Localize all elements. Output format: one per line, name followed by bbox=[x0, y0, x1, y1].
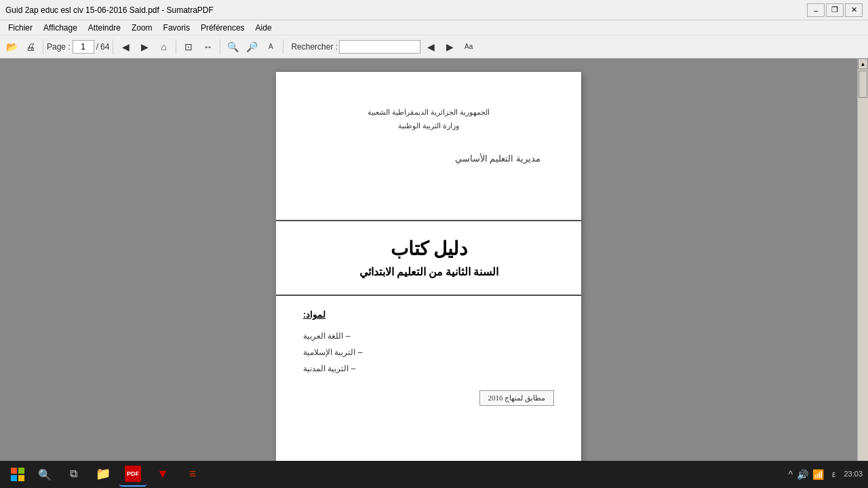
network-icon[interactable]: 📶 bbox=[812, 469, 824, 480]
zoom-in-button[interactable]: 🔍 bbox=[224, 38, 241, 56]
menu-fichier[interactable]: Fichier bbox=[3, 20, 38, 35]
task-view-button[interactable]: ⧉ bbox=[60, 462, 87, 487]
menu-affichage[interactable]: Affichage bbox=[38, 20, 83, 35]
taskbar-left: 🔍 ⧉ 📁 PDF ▼ ≡ bbox=[5, 462, 206, 487]
home-button[interactable]: ⌂ bbox=[155, 38, 172, 56]
folder-icon: 📁 bbox=[96, 466, 111, 481]
stamp-button[interactable]: مطابق لمنهاج 2016 bbox=[479, 390, 555, 406]
pdf-viewer[interactable]: الجمهورية الجزائرية الديمقراطية الشعبية … bbox=[0, 58, 857, 488]
page-control: Page : / 64 bbox=[47, 40, 109, 54]
taskbar-search-button[interactable]: 🔍 bbox=[33, 462, 57, 487]
scroll-up-arrow[interactable]: ▲ bbox=[858, 58, 868, 69]
menu-atteindre[interactable]: Atteindre bbox=[83, 20, 126, 35]
open-button[interactable]: 📂 bbox=[3, 38, 20, 56]
clock-time: 23:03 bbox=[844, 469, 863, 479]
forward-button[interactable]: ▶ bbox=[136, 38, 153, 56]
tray-chevron[interactable]: ^ bbox=[789, 469, 793, 480]
scrollbar-track: ▲ bbox=[857, 58, 868, 488]
taskbar: 🔍 ⧉ 📁 PDF ▼ ≡ ^ 🔊 📶 ε 23:03 bbox=[0, 461, 868, 488]
system-clock[interactable]: 23:03 bbox=[844, 469, 863, 479]
org-line1: الجمهورية الجزائرية الديمقراطية الشعبية bbox=[303, 106, 554, 119]
windows-logo bbox=[11, 468, 24, 481]
window-controls: – ❐ ✕ bbox=[807, 3, 863, 17]
app-taskbar-2[interactable]: ≡ bbox=[179, 462, 206, 487]
ministry-name: مديرية التعليم الأساسي bbox=[303, 153, 554, 164]
close-button[interactable]: ✕ bbox=[845, 3, 863, 17]
pdf-app-icon: PDF bbox=[125, 466, 141, 482]
book-subtitle: السنة الثانية من التعليم الابتدائي bbox=[359, 265, 498, 278]
file-explorer-button[interactable]: 📁 bbox=[90, 462, 117, 487]
app-taskbar-1[interactable]: ▼ bbox=[149, 462, 176, 487]
subject-civic: – التربية المدنية bbox=[303, 360, 355, 377]
menu-zoom[interactable]: Zoom bbox=[126, 20, 158, 35]
taskbar-right: ^ 🔊 📶 ε 23:03 bbox=[789, 468, 863, 481]
match-case-button[interactable]: Aa bbox=[460, 38, 477, 56]
window-title: Guid 2ap educ esl civ 15-06-2016 Said.pd… bbox=[5, 5, 214, 15]
subject-islamic: – التربية الإسلامية bbox=[303, 344, 362, 360]
separator-3 bbox=[176, 39, 176, 54]
search-prev-button[interactable]: ◀ bbox=[422, 38, 439, 56]
pdf-page-title: دليل كتاب السنة الثانية من التعليم الابت… bbox=[276, 221, 581, 296]
pdf-page-header: الجمهورية الجزائرية الديمقراطية الشعبية … bbox=[276, 72, 581, 221]
page-total: 64 bbox=[100, 42, 109, 52]
menu-preferences[interactable]: Préférences bbox=[195, 20, 250, 35]
language-indicator[interactable]: ε bbox=[829, 468, 838, 481]
task-view-icon: ⧉ bbox=[70, 468, 77, 480]
search-label: Rechercher : bbox=[291, 42, 338, 52]
main-area: الجمهورية الجزائرية الديمقراطية الشعبية … bbox=[0, 58, 868, 488]
menu-aide[interactable]: Aide bbox=[250, 20, 277, 35]
org-name: الجمهورية الجزائرية الديمقراطية الشعبية … bbox=[303, 106, 554, 133]
speaker-icon[interactable]: 🔊 bbox=[797, 469, 808, 480]
fit-page-button[interactable]: ⊡ bbox=[180, 38, 197, 56]
pdf-section-title: دليل كتاب السنة الثانية من التعليم الابت… bbox=[276, 221, 581, 296]
app-icon-1: ▼ bbox=[157, 467, 169, 481]
menubar: Fichier Affichage Atteindre Zoom Favoris… bbox=[0, 20, 868, 35]
page-separator: / bbox=[96, 42, 98, 52]
scroll-thumb[interactable] bbox=[859, 71, 867, 98]
system-tray: ^ 🔊 📶 bbox=[789, 469, 825, 480]
search-next-button[interactable]: ▶ bbox=[441, 38, 458, 56]
back-button[interactable]: ◀ bbox=[117, 38, 134, 56]
zoom-out-button[interactable]: 🔎 bbox=[243, 38, 260, 56]
start-button[interactable] bbox=[5, 462, 30, 487]
page-input[interactable] bbox=[73, 40, 94, 54]
subject-arabic: – اللغة العربية bbox=[303, 328, 350, 344]
book-title: دليل كتاب bbox=[391, 238, 467, 260]
app-icon-2: ≡ bbox=[189, 467, 197, 481]
pdf-pages: الجمهورية الجزائرية الديمقراطية الشعبية … bbox=[276, 72, 581, 474]
zoom-custom-button[interactable]: A bbox=[262, 38, 279, 56]
pdf-section-header: الجمهورية الجزائرية الديمقراطية الشعبية … bbox=[276, 72, 581, 221]
separator-1 bbox=[43, 39, 43, 54]
pdf-page-subjects: لمواد: – اللغة العربية – التربية الإسلام… bbox=[276, 296, 581, 486]
subjects-label: لمواد: bbox=[303, 309, 326, 320]
restore-button[interactable]: ❐ bbox=[826, 3, 844, 17]
toolbar: 📂 🖨 Page : / 64 ◀ ▶ ⌂ ⊡ ↔ 🔍 🔎 A Recherch… bbox=[0, 35, 868, 58]
separator-4 bbox=[220, 39, 220, 54]
separator-2 bbox=[113, 39, 113, 54]
org-line2: وزارة التربية الوطنية bbox=[303, 119, 554, 133]
separator-5 bbox=[283, 39, 283, 54]
menu-favoris[interactable]: Favoris bbox=[158, 20, 195, 35]
print-button[interactable]: 🖨 bbox=[22, 38, 39, 56]
page-label: Page : bbox=[47, 42, 71, 52]
sumatra-taskbar-button[interactable]: PDF bbox=[119, 462, 146, 487]
pdf-section-subjects: لمواد: – اللغة العربية – التربية الإسلام… bbox=[276, 296, 581, 486]
fit-width-button[interactable]: ↔ bbox=[199, 38, 216, 56]
titlebar: Guid 2ap educ esl civ 15-06-2016 Said.pd… bbox=[0, 0, 868, 20]
minimize-button[interactable]: – bbox=[807, 3, 825, 17]
search-input[interactable] bbox=[339, 40, 420, 54]
